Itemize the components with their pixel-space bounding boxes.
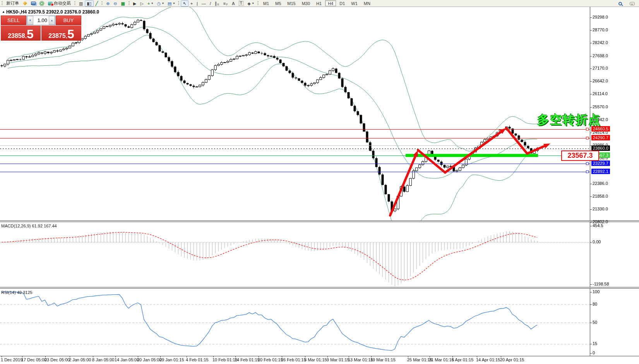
price-tick: 26114.0 <box>593 91 608 96</box>
timeframe-m5[interactable]: M5 <box>272 0 284 6</box>
bar-chart-button[interactable]: ▥ <box>77 0 85 7</box>
signals-button[interactable] <box>38 0 46 7</box>
trendline-icon: / <box>210 1 211 6</box>
volume-stepper[interactable]: ▼ 1.00 ▲ <box>27 15 55 25</box>
timeframe-h4[interactable]: H4 <box>325 0 336 6</box>
price-line-label: 23229.7 <box>591 161 610 166</box>
sell-button[interactable]: SELL <box>1 15 26 25</box>
price-tick: 27170.0 <box>593 66 608 70</box>
sell-price[interactable]: 23858.5 <box>1 26 41 41</box>
collapse-triangle-icon[interactable]: ▲ <box>2 10 5 14</box>
text-button[interactable]: A <box>230 0 236 7</box>
price-tick: 27698.0 <box>593 53 608 58</box>
chevron-down-icon[interactable]: ▾ <box>151 2 153 5</box>
date-label: 10 Feb 01:15 <box>212 357 238 362</box>
crosshair-button[interactable]: + <box>188 0 195 7</box>
chart-shift-button[interactable]: ▷ <box>138 0 145 7</box>
macd-tick: 454.5 <box>593 223 603 228</box>
sell-price-int: 23858 <box>8 32 25 40</box>
chevron-down-icon[interactable]: ▾ <box>252 2 254 5</box>
cursor-icon: ↖ <box>183 1 186 6</box>
price-tick: 29298.0 <box>593 15 608 19</box>
cursor-button[interactable]: ↖ <box>181 0 188 7</box>
volume-decrease-button[interactable]: ▼ <box>27 16 33 25</box>
shapes-button[interactable]: ◈▾ <box>245 0 255 7</box>
line-chart-button[interactable]: ╱ <box>94 0 100 7</box>
chat-button[interactable] <box>628 0 637 7</box>
fibonacci-icon: ≡ <box>223 1 226 6</box>
toolbar-group: ⊕⊖▦ <box>104 0 127 7</box>
search-button[interactable] <box>617 0 624 7</box>
date-label: 8 Jan 05:00 <box>92 357 115 362</box>
new-order-button[interactable]: 新订单 <box>4 0 21 7</box>
metaeditor-button[interactable] <box>21 0 29 7</box>
buy-button[interactable]: BUY <box>56 15 81 25</box>
price-callout-label[interactable]: 23567.3 <box>561 150 599 161</box>
volume-value[interactable]: 1.00 <box>33 16 49 25</box>
tile-windows-icon: ▦ <box>121 1 125 6</box>
date-label: 26 Feb 01:15 <box>281 357 306 362</box>
trading-terminal-window: 新订单自动交易▥▮▯╱⊕⊖▦▶▷+▾◷▾▤▾↖+|—/∥E≡FAT◈▾M1M5M… <box>0 0 639 364</box>
toolbar-grip <box>178 1 179 6</box>
macd-rsi-separator[interactable] <box>0 287 639 289</box>
rsi-tick: 15 <box>593 341 597 346</box>
price-tick: 28242.0 <box>593 40 608 45</box>
chart-canvas[interactable] <box>0 0 639 364</box>
buy-price[interactable]: 23875.5 <box>41 26 81 41</box>
signals-icon <box>39 1 44 6</box>
auto-scroll-icon: ▶ <box>133 1 136 6</box>
date-label: 4 Feb 01:15 <box>186 357 209 362</box>
price-line-label: 23860.0 <box>591 145 610 151</box>
main-macd-separator[interactable] <box>0 220 639 222</box>
chart-title-text: HK50-,H4 23579.5 23922.0 23576.0 23860.0 <box>6 9 99 15</box>
timeframe-m1[interactable]: M1 <box>260 0 272 6</box>
date-label: 23 Dec 05:00 <box>45 357 70 362</box>
auto-scroll-button[interactable]: ▶ <box>131 0 138 7</box>
line-chart-icon: ╱ <box>96 1 98 6</box>
zoom-in-button[interactable]: ⊕ <box>104 0 111 7</box>
timeframe-w1[interactable]: W1 <box>348 0 360 6</box>
tile-windows-button[interactable]: ▦ <box>119 0 127 7</box>
timeframe-m30[interactable]: M30 <box>299 0 313 6</box>
subscript-label: F <box>226 3 228 6</box>
add-indicator-button[interactable]: +▾ <box>146 0 155 7</box>
fibonacci-button[interactable]: ≡F <box>221 0 230 7</box>
search-icon <box>618 2 622 5</box>
toolbar-grip <box>128 1 130 6</box>
chevron-down-icon[interactable]: ▾ <box>173 2 175 5</box>
text-label-icon: T <box>239 1 244 6</box>
toolbar-grip <box>74 1 75 6</box>
macd-tick: 0.00 <box>593 239 601 244</box>
text-label-button[interactable]: T <box>237 0 246 7</box>
price-line-label: 24290.7 <box>591 135 610 140</box>
market-watch-button[interactable] <box>29 0 38 7</box>
toolbar-group: 新订单自动交易 <box>4 0 73 7</box>
toolbar-grip <box>101 1 103 6</box>
chevron-down-icon[interactable]: ▾ <box>162 2 164 5</box>
one-click-trade-panel: SELL ▼ 1.00 ▲ BUY 23858.5 23875.5 <box>1 15 81 41</box>
templates-icon: ▤ <box>168 1 171 6</box>
horizontal-line-button[interactable]: — <box>200 0 208 7</box>
time-axis-separator <box>0 356 639 356</box>
timeframe-m15[interactable]: M15 <box>284 0 298 6</box>
periods-button[interactable]: ◷▾ <box>155 0 166 7</box>
rsi-tick: 50 <box>593 320 597 325</box>
autotrading-button-label: 自动交易 <box>54 0 71 6</box>
timeframe-h1[interactable]: H1 <box>314 0 324 6</box>
vertical-line-button[interactable]: | <box>195 0 200 7</box>
timeframe-mn[interactable]: MN <box>361 0 373 6</box>
date-label: 29 Jan 01:15 <box>159 357 184 362</box>
timeframe-d1[interactable]: D1 <box>337 0 348 6</box>
timeframe-group: M1M5M15M30H1H4D1W1MN <box>260 0 373 7</box>
zoom-out-button[interactable]: ⊖ <box>111 0 119 7</box>
templates-button[interactable]: ▤▾ <box>166 0 176 7</box>
trendline-button[interactable]: / <box>208 0 213 7</box>
toolbar-grip <box>2 1 3 6</box>
date-label: 14 Apr 01:15 <box>476 357 500 362</box>
volume-increase-button[interactable]: ▲ <box>49 16 55 25</box>
autotrading-icon <box>48 2 53 5</box>
candlestick-chart-button[interactable]: ▮▯ <box>85 0 93 7</box>
channel-button[interactable]: ∥E <box>213 0 221 7</box>
autotrading-button[interactable]: 自动交易 <box>46 0 73 7</box>
annotation-text[interactable]: 多空转折点 <box>537 112 601 128</box>
